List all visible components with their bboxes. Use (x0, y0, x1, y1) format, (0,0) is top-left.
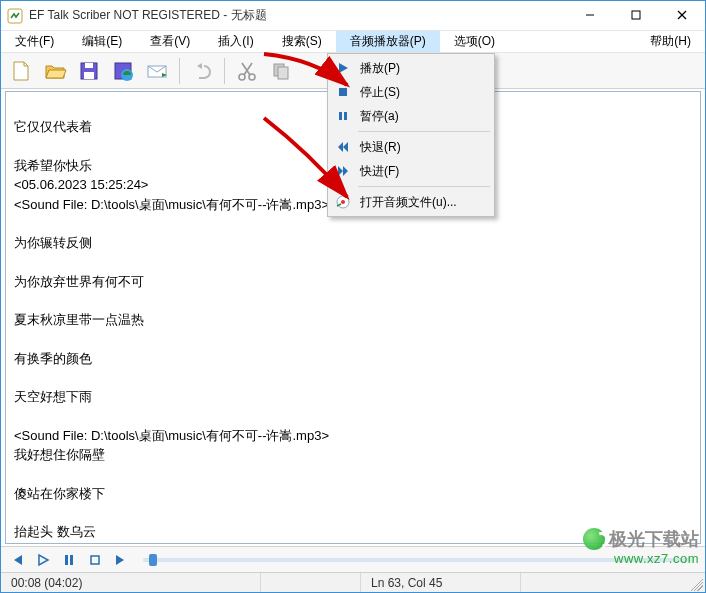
editor-line[interactable]: 有换季的颜色 (14, 349, 692, 369)
menu-item-forward[interactable]: 快进(F) (330, 159, 492, 183)
editor-line[interactable] (14, 407, 692, 426)
titlebar: EF Talk Scriber NOT REGISTERED - 无标题 (1, 1, 705, 31)
menu-item-label: 打开音频文件(u)... (360, 194, 457, 211)
editor-line[interactable]: 为你放弃世界有何不可 (14, 272, 692, 292)
status-empty (261, 573, 361, 592)
menu-options[interactable]: 选项(O) (440, 31, 509, 52)
menu-audio-dropdown: 播放(P) 停止(S) 暂停(a) 快退(R) 快进(F) 打开音频文件(u).… (327, 53, 495, 217)
menu-item-label: 播放(P) (360, 60, 400, 77)
editor-line[interactable]: 傻站在你家楼下 (14, 484, 692, 504)
minimize-button[interactable] (567, 1, 613, 29)
statusbar: 00:08 (04:02) Ln 63, Col 45 (1, 572, 705, 592)
editor-line[interactable]: 抬起头 数乌云 (14, 522, 692, 542)
menu-item-rewind[interactable]: 快退(R) (330, 135, 492, 159)
svg-rect-6 (85, 63, 93, 68)
toolbar-separator (179, 58, 180, 84)
menu-help[interactable]: 帮助(H) (636, 31, 705, 52)
menu-item-stop[interactable]: 停止(S) (330, 80, 492, 104)
menu-search[interactable]: 搜索(S) (268, 31, 336, 52)
svg-rect-16 (339, 112, 342, 120)
rewind-icon (334, 138, 352, 156)
toolbar-copy[interactable] (265, 56, 297, 86)
svg-rect-14 (278, 67, 288, 79)
playback-bar (1, 546, 705, 572)
progress-slider[interactable] (143, 558, 693, 562)
menu-item-label: 暂停(a) (360, 108, 399, 125)
svg-point-19 (341, 200, 345, 204)
menu-item-open-audio[interactable]: 打开音频文件(u)... (330, 190, 492, 214)
pause-icon (334, 107, 352, 125)
open-audio-icon (334, 193, 352, 211)
editor-line[interactable] (14, 291, 692, 310)
toolbar-save[interactable] (73, 56, 105, 86)
menu-item-label: 快退(R) (360, 139, 401, 156)
menu-separator (358, 186, 490, 187)
editor-line[interactable] (14, 542, 692, 544)
menu-insert[interactable]: 插入(I) (204, 31, 267, 52)
toolbar-cut[interactable] (231, 56, 263, 86)
svg-rect-21 (70, 555, 73, 565)
window-controls (567, 1, 705, 30)
menu-edit[interactable]: 编辑(E) (68, 31, 136, 52)
menu-item-label: 快进(F) (360, 163, 399, 180)
resize-grip[interactable] (687, 575, 703, 591)
menu-file[interactable]: 文件(F) (1, 31, 68, 52)
menu-audio[interactable]: 音频播放器(P) (336, 31, 440, 52)
play-button[interactable] (33, 550, 53, 570)
toolbar-save-world[interactable] (107, 56, 139, 86)
editor-line[interactable]: 天空好想下雨 (14, 387, 692, 407)
svg-rect-7 (84, 72, 94, 79)
toolbar-undo[interactable] (186, 56, 218, 86)
editor-line[interactable] (14, 253, 692, 272)
editor-line[interactable]: 夏末秋凉里带一点温热 (14, 310, 692, 330)
editor-line[interactable] (14, 330, 692, 349)
status-time: 00:08 (04:02) (1, 573, 261, 592)
close-button[interactable] (659, 1, 705, 29)
status-position: Ln 63, Col 45 (361, 573, 521, 592)
svg-rect-15 (339, 88, 347, 96)
toolbar-new[interactable] (5, 56, 37, 86)
progress-thumb[interactable] (149, 554, 157, 566)
toolbar-mail[interactable] (141, 56, 173, 86)
menu-item-play[interactable]: 播放(P) (330, 56, 492, 80)
editor-line[interactable] (14, 368, 692, 387)
skip-end-button[interactable] (111, 550, 131, 570)
editor-line[interactable]: <Sound File: D:\tools\桌面\music\有何不可--许嵩.… (14, 426, 692, 446)
maximize-button[interactable] (613, 1, 659, 29)
window-title: EF Talk Scriber NOT REGISTERED - 无标题 (29, 7, 567, 24)
menu-item-label: 停止(S) (360, 84, 400, 101)
stop-button[interactable] (85, 550, 105, 570)
stop-icon (334, 83, 352, 101)
app-icon (7, 8, 23, 24)
skip-start-button[interactable] (7, 550, 27, 570)
svg-rect-2 (632, 11, 640, 19)
editor-line[interactable]: 为你辗转反侧 (14, 233, 692, 253)
menu-item-pause[interactable]: 暂停(a) (330, 104, 492, 128)
pause-button[interactable] (59, 550, 79, 570)
editor-line[interactable]: 我好想住你隔壁 (14, 445, 692, 465)
toolbar-separator (224, 58, 225, 84)
menu-view[interactable]: 查看(V) (136, 31, 204, 52)
menu-separator (358, 131, 490, 132)
toolbar-open[interactable] (39, 56, 71, 86)
forward-icon (334, 162, 352, 180)
editor-line[interactable] (14, 503, 692, 522)
menubar: 文件(F) 编辑(E) 查看(V) 插入(I) 搜索(S) 音频播放器(P) 选… (1, 31, 705, 53)
svg-rect-20 (65, 555, 68, 565)
svg-rect-17 (344, 112, 347, 120)
editor-line[interactable] (14, 465, 692, 484)
play-icon (334, 59, 352, 77)
svg-rect-22 (91, 556, 99, 564)
